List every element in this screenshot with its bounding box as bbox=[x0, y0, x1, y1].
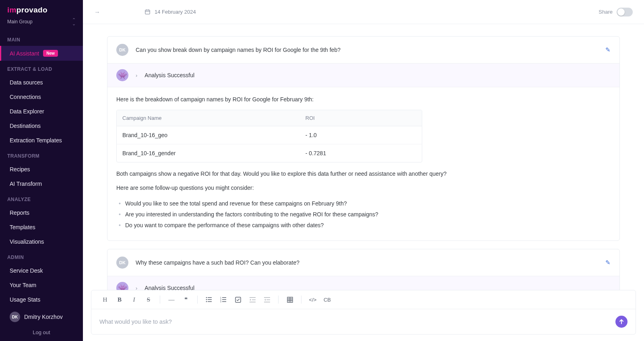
date-display[interactable]: 14 February 2024 bbox=[144, 9, 196, 15]
sidebar-item-data-sources[interactable]: Data sources bbox=[0, 75, 83, 90]
sidebar-item-service-desk[interactable]: Service Desk bbox=[0, 263, 83, 278]
section-transform: TRANSFORM bbox=[0, 148, 83, 162]
bullet-list-button[interactable] bbox=[202, 294, 215, 306]
heading-button[interactable]: H bbox=[99, 294, 111, 306]
separator bbox=[301, 296, 301, 304]
svg-rect-17 bbox=[264, 297, 270, 298]
response-intro: Here is the breakdown of campaign names … bbox=[116, 95, 611, 104]
assistant-response: Here is the breakdown of campaign names … bbox=[107, 87, 619, 240]
table-row: Brand_10-16_gender - 0.7281 bbox=[117, 144, 422, 162]
ordered-list-button[interactable]: 123 bbox=[217, 294, 230, 306]
user-avatar: DK bbox=[116, 257, 128, 269]
user-name: Dmitry Korzhov bbox=[24, 314, 63, 320]
svg-rect-13 bbox=[235, 297, 241, 302]
svg-rect-8 bbox=[222, 297, 226, 298]
user-avatar: DK bbox=[116, 44, 128, 56]
svg-rect-0 bbox=[145, 10, 150, 14]
svg-rect-6 bbox=[208, 301, 212, 302]
response-followup: Both campaigns show a negative ROI for t… bbox=[116, 170, 611, 179]
new-badge: New bbox=[43, 50, 58, 57]
outdent-button[interactable] bbox=[246, 294, 259, 306]
svg-point-1 bbox=[206, 297, 207, 298]
nav-label: AI Assistant bbox=[10, 50, 39, 57]
sidebar-item-ai-assistant[interactable]: AI Assistant New bbox=[0, 46, 83, 61]
svg-rect-15 bbox=[252, 299, 256, 300]
hr-button[interactable]: — bbox=[165, 294, 178, 306]
user-message-text: Can you show break down by campaign name… bbox=[136, 47, 598, 53]
separator bbox=[278, 296, 279, 304]
logo: improvado bbox=[0, 6, 83, 16]
logout-button[interactable]: Log out bbox=[0, 326, 83, 335]
italic-button[interactable]: I bbox=[128, 294, 140, 306]
bot-avatar-icon: 👾 bbox=[116, 69, 128, 81]
codeblock-button[interactable]: CB bbox=[321, 294, 334, 306]
status-text: Analysis Successful bbox=[144, 285, 194, 290]
list-item: Are you interested in understanding the … bbox=[116, 209, 611, 220]
svg-rect-2 bbox=[208, 297, 212, 298]
svg-text:3: 3 bbox=[220, 300, 221, 302]
chat-message-2: DK Why these campaigns have a such bad R… bbox=[107, 249, 620, 290]
chat-input[interactable] bbox=[99, 318, 615, 325]
separator bbox=[197, 296, 198, 304]
roi-table: Campaign Name ROI Brand_10-16_geo - 1.0 … bbox=[116, 110, 422, 162]
send-button[interactable] bbox=[615, 316, 627, 328]
bold-button[interactable]: B bbox=[113, 294, 126, 306]
strikethrough-button[interactable]: S bbox=[142, 294, 155, 306]
checklist-button[interactable] bbox=[231, 294, 244, 306]
sidebar-item-your-team[interactable]: Your Team bbox=[0, 278, 83, 292]
chevron-right-icon: › bbox=[136, 72, 137, 78]
calendar-icon bbox=[144, 9, 151, 15]
sidebar-item-visualizations[interactable]: Visualizations bbox=[0, 234, 83, 249]
date-text: 14 February 2024 bbox=[155, 9, 196, 15]
table-header: Campaign Name bbox=[117, 110, 300, 126]
bot-avatar-icon: 👾 bbox=[116, 282, 128, 290]
chevron-right-icon: › bbox=[136, 285, 137, 290]
workspace-name: Main Group bbox=[7, 19, 33, 25]
sidebar-item-data-explorer[interactable]: Data Explorer bbox=[0, 104, 83, 119]
indent-button[interactable] bbox=[260, 294, 273, 306]
sidebar-item-destinations[interactable]: Destinations bbox=[0, 119, 83, 133]
svg-point-3 bbox=[206, 299, 207, 300]
sidebar-item-templates[interactable]: Templates bbox=[0, 220, 83, 234]
svg-rect-14 bbox=[250, 297, 256, 298]
user-message-text: Why these campaigns have a such bad ROI?… bbox=[136, 259, 598, 266]
sidebar-item-usage-stats[interactable]: Usage Stats bbox=[0, 292, 83, 307]
followups-intro: Here are some follow-up questions you mi… bbox=[116, 184, 611, 193]
table-row: Brand_10-16_geo - 1.0 bbox=[117, 126, 422, 144]
quote-button[interactable]: ❝ bbox=[180, 294, 192, 306]
section-extract: EXTRACT & LOAD bbox=[0, 61, 83, 75]
svg-rect-19 bbox=[264, 302, 270, 302]
analysis-status-row[interactable]: 👾 › Analysis Successful bbox=[107, 63, 619, 87]
user-avatar: DK bbox=[10, 312, 20, 322]
table-header: ROI bbox=[300, 110, 422, 126]
section-main: MAIN bbox=[0, 31, 83, 46]
svg-rect-18 bbox=[266, 299, 270, 300]
section-analyze: ANALYZE bbox=[0, 191, 83, 205]
workspace-switcher[interactable]: Main Group ⌃⌄ bbox=[0, 16, 83, 31]
list-item: Do you want to compare the performance o… bbox=[116, 220, 611, 231]
sidebar-item-recipes[interactable]: Recipes bbox=[0, 162, 83, 177]
sidebar-item-connections[interactable]: Connections bbox=[0, 90, 83, 104]
list-item: Would you like to see the total spend an… bbox=[116, 198, 611, 209]
svg-point-5 bbox=[206, 301, 207, 302]
edit-icon[interactable]: ✎ bbox=[605, 46, 611, 53]
svg-rect-16 bbox=[250, 302, 256, 302]
share-toggle[interactable] bbox=[617, 8, 633, 16]
sidebar-item-ai-transform[interactable]: AI Transform bbox=[0, 177, 83, 191]
share-label: Share bbox=[599, 9, 613, 15]
collapse-sidebar-icon[interactable]: → bbox=[94, 8, 100, 15]
arrow-up-icon bbox=[619, 319, 624, 325]
separator bbox=[160, 296, 160, 304]
section-admin: ADMIN bbox=[0, 249, 83, 263]
status-text: Analysis Successful bbox=[144, 72, 194, 78]
code-button[interactable]: </> bbox=[306, 294, 319, 306]
svg-rect-20 bbox=[287, 297, 293, 302]
edit-icon[interactable]: ✎ bbox=[605, 259, 611, 266]
analysis-status-row[interactable]: 👾 › Analysis Successful bbox=[107, 276, 619, 290]
sidebar-item-extraction-templates[interactable]: Extraction Templates bbox=[0, 133, 83, 148]
table-button[interactable] bbox=[283, 294, 296, 306]
user-profile[interactable]: DK Dmitry Korzhov bbox=[0, 308, 83, 326]
composer: H B I S — ❝ 123 </> CB bbox=[91, 290, 636, 335]
format-toolbar: H B I S — ❝ 123 </> CB bbox=[91, 290, 636, 309]
sidebar-item-reports[interactable]: Reports bbox=[0, 205, 83, 220]
